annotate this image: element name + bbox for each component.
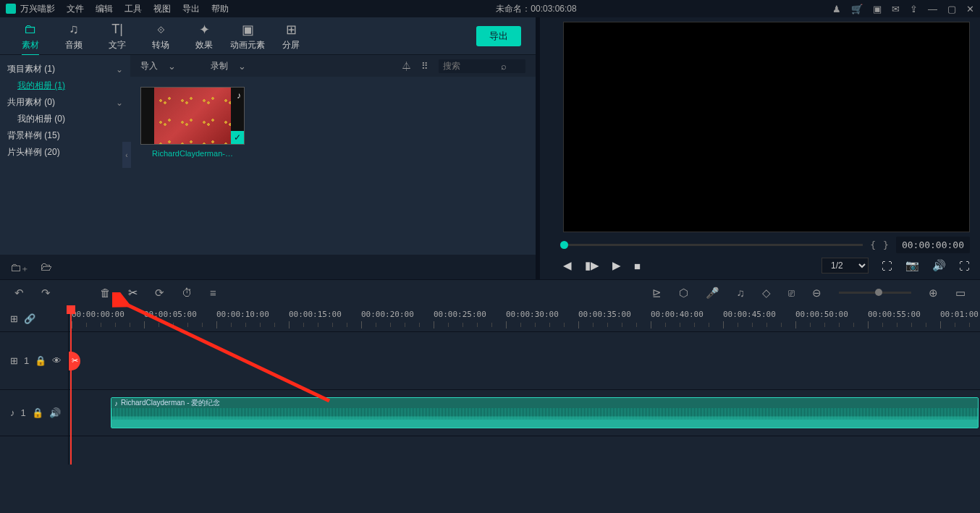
tab-motion[interactable]: ▣ 动画元素 — [226, 22, 269, 51]
tree-item-background[interactable]: 背景样例 (15) — [7, 127, 123, 144]
chevron-down-icon[interactable]: ⌄ — [238, 61, 246, 72]
delete-button[interactable]: 🗑 — [100, 287, 111, 299]
fullscreen-icon[interactable]: ⛶ — [959, 260, 970, 272]
grid-icon[interactable]: ⠿ — [421, 61, 428, 72]
tree-item-project[interactable]: 项目素材 (1)⌄ — [7, 61, 123, 77]
play-button[interactable]: ▶ — [612, 259, 621, 272]
timeline: ⊞ 🔗 00:00:00:0000:00:05:0000:00:10:0000:… — [0, 305, 980, 465]
user-icon[interactable]: ♟ — [832, 4, 841, 14]
zoom-out-icon[interactable]: ⊖ — [812, 287, 821, 300]
redo-button[interactable]: ↷ — [41, 287, 51, 300]
menu-tools[interactable]: 工具 — [124, 3, 142, 15]
tab-split[interactable]: ⊞ 分屏 — [269, 22, 313, 51]
audio-icon: ♪ — [10, 407, 15, 418]
timeline-toolbar: ↶ ↷ 🗑 ✂ ⟳ ⏱ ≡ ⊵ ⬡ 🎤 ♫ ◇ ⎚ ⊖ ⊕ ▭ — [0, 279, 980, 305]
save-icon[interactable]: ▣ — [873, 4, 882, 14]
camera-icon[interactable]: 📷 — [905, 259, 919, 272]
tree-item-my-album-0[interactable]: 我的相册 (0) — [7, 111, 123, 127]
clip-label: RichardClayderman-… — [140, 149, 245, 158]
music-icon: ♫ — [52, 22, 96, 38]
zoom-slider[interactable] — [839, 292, 911, 294]
volume-icon[interactable]: 🔊 — [932, 259, 946, 272]
tab-media[interactable]: 🗀 素材 — [9, 22, 52, 56]
zoom-in-icon[interactable]: ⊕ — [929, 287, 938, 300]
tree-item-my-album-1[interactable]: 我的相册 (1) — [7, 77, 123, 94]
undo-button[interactable]: ↶ — [14, 287, 24, 300]
stop-button[interactable]: ■ — [634, 260, 641, 272]
playhead[interactable] — [70, 305, 72, 465]
export-button[interactable]: 导出 — [476, 26, 521, 46]
ruler-tick: 00:00:10:00 — [216, 310, 269, 319]
adjust-button[interactable]: ≡ — [210, 287, 216, 299]
preview-screen[interactable] — [563, 22, 970, 232]
ribbon-tabs: 🗀 素材 ♫ 音频 T| 文字 ⟐ 转场 ✦ 效果 ▣ 动画元素 — [0, 17, 536, 55]
tab-effects[interactable]: ✦ 效果 — [182, 22, 226, 51]
checkmark-icon: ✓ — [231, 131, 244, 144]
maximize-icon[interactable]: ▢ — [947, 4, 956, 14]
bracket-in[interactable]: { — [870, 239, 876, 250]
import-dropdown[interactable]: 导入 — [140, 60, 158, 72]
titlebar: 万兴喵影 文件 编辑 工具 视图 导出 帮助 未命名：00:03:06:08 ♟… — [0, 0, 980, 17]
ruler-tick: 00:00:55:00 — [868, 310, 921, 319]
close-icon[interactable]: ✕ — [966, 4, 974, 14]
video-track-body[interactable]: ✂ — [69, 332, 980, 389]
add-track-icon[interactable]: ⊞ — [10, 313, 18, 324]
keyframe-icon[interactable]: ◇ — [762, 287, 771, 300]
tree-item-shared[interactable]: 共用素材 (0)⌄ — [7, 94, 123, 111]
menu-help[interactable]: 帮助 — [211, 3, 229, 15]
music-note-icon: ♪ — [114, 399, 118, 407]
collapse-tree-button[interactable]: ‹ — [122, 142, 131, 168]
mute-icon[interactable]: 🔊 — [49, 407, 61, 418]
prev-frame-button[interactable]: ◀ — [563, 259, 572, 272]
voiceover-icon[interactable]: 🎤 — [706, 287, 719, 300]
preview-scale-select[interactable]: 1/2 — [821, 258, 869, 274]
marker-icon[interactable]: ⬡ — [679, 287, 688, 300]
fit-icon[interactable]: ▭ — [955, 287, 966, 300]
search-field[interactable] — [443, 61, 501, 71]
tab-audio[interactable]: ♫ 音频 — [52, 22, 96, 51]
tree-item-intro[interactable]: 片头样例 (20) — [7, 144, 123, 161]
mail-icon[interactable]: ✉ — [892, 4, 900, 14]
mixer-icon[interactable]: ⎚ — [788, 287, 795, 299]
time-ruler[interactable]: 00:00:00:0000:00:05:0000:00:10:0000:00:1… — [69, 305, 980, 331]
minimize-icon[interactable]: — — [928, 4, 937, 14]
record-dropdown[interactable]: 录制 — [211, 60, 228, 72]
cart-icon[interactable]: 🛒 — [851, 4, 863, 14]
music-icon[interactable]: ♫ — [737, 287, 745, 299]
ruler-tick: 00:00:50:00 — [795, 310, 848, 319]
menu-view[interactable]: 视图 — [153, 3, 171, 15]
preview-scrubber[interactable] — [563, 244, 863, 246]
capture-area-icon[interactable]: ⛶ — [882, 260, 892, 272]
audio-track-body[interactable]: ♪RichardClayderman - 爱的纪念 — [69, 390, 980, 436]
menu-export[interactable]: 导出 — [182, 3, 200, 15]
speed-button[interactable]: ⏱ — [182, 287, 193, 299]
track-number: 1 — [21, 407, 26, 418]
tab-transition[interactable]: ⟐ 转场 — [139, 22, 182, 51]
menu-edit[interactable]: 编辑 — [96, 3, 113, 15]
tab-text[interactable]: T| 文字 — [96, 22, 139, 51]
play-range-icon[interactable]: ⊵ — [652, 287, 662, 300]
search-icon: ⌕ — [501, 61, 507, 72]
add-folder-icon[interactable]: 🗀₊ — [10, 260, 28, 274]
chevron-down-icon[interactable]: ⌄ — [168, 61, 176, 72]
mic-icon[interactable]: ⇪ — [910, 4, 918, 14]
preview-timecode: 00:00:00:00 — [896, 237, 970, 253]
media-clip[interactable]: ♪ ✓ RichardClayderman-… — [140, 87, 245, 158]
crop-button[interactable]: ⟳ — [155, 287, 164, 300]
scissors-button[interactable]: ✂ — [128, 286, 138, 300]
menu-file[interactable]: 文件 — [67, 3, 84, 15]
link-icon[interactable]: 🔗 — [24, 313, 35, 324]
lock-icon[interactable]: 🔒 — [35, 355, 46, 366]
ruler-tick: 00:00:25:00 — [434, 310, 486, 319]
empty-track-body[interactable] — [69, 436, 980, 465]
filter-icon[interactable]: ⏃ — [402, 61, 411, 72]
bracket-out[interactable]: } — [883, 239, 889, 250]
visibility-icon[interactable]: 👁 — [52, 355, 62, 366]
step-back-button[interactable]: ▮▶ — [585, 259, 599, 272]
ruler-tick: 00:00:40:00 — [651, 310, 704, 319]
search-input[interactable]: ⌕ — [439, 59, 525, 73]
lock-icon[interactable]: 🔒 — [32, 407, 43, 418]
audio-clip[interactable]: ♪RichardClayderman - 爱的纪念 — [111, 397, 979, 428]
folder-open-icon[interactable]: 🗁 — [41, 260, 52, 274]
track-number: 1 — [24, 355, 29, 366]
